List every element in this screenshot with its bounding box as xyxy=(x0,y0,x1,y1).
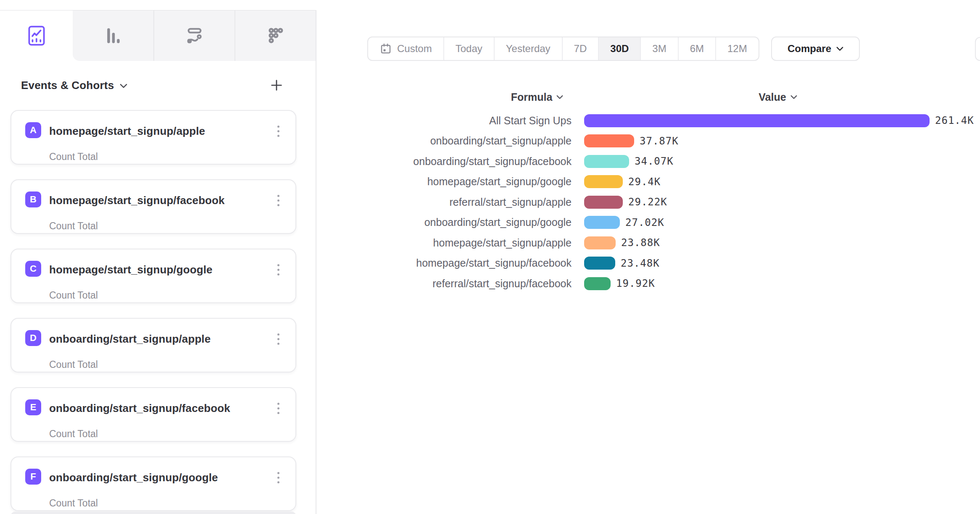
date-range-yesterday[interactable]: Yesterday xyxy=(495,37,563,60)
series-label[interactable]: referral/start_signup/facebook xyxy=(319,278,572,290)
series-bar[interactable] xyxy=(584,134,634,147)
series-label[interactable]: homepage/start_signup/google xyxy=(319,176,572,188)
chart-row: referral/start_signup/facebook19.92K xyxy=(319,273,974,294)
series-label[interactable]: referral/start_signup/apple xyxy=(319,196,572,208)
sidebar-divider xyxy=(316,10,316,514)
date-range-12m[interactable]: 12M xyxy=(716,37,759,60)
formula-header-label: Formula xyxy=(511,91,553,103)
series-value: 27.02K xyxy=(625,217,664,228)
chevron-down-icon xyxy=(836,47,843,51)
series-label[interactable]: homepage/start_signup/facebook xyxy=(319,257,572,269)
event-card-D[interactable]: Donboarding/start_signup/appleCount Tota… xyxy=(11,318,296,372)
event-card-E[interactable]: Eonboarding/start_signup/facebookCount T… xyxy=(11,387,296,442)
event-letter-badge: D xyxy=(25,330,41,346)
chevron-down-icon xyxy=(556,95,563,100)
event-measure[interactable]: Count Total xyxy=(49,359,98,370)
series-value: 29.22K xyxy=(628,196,667,208)
tab-line-chart[interactable] xyxy=(0,10,73,61)
event-name: onboarding/start_signup/apple xyxy=(49,333,211,346)
chart-row: onboarding/start_signup/facebook34.07K xyxy=(319,151,974,172)
chart-row: onboarding/start_signup/apple37.87K xyxy=(319,131,974,152)
series-bar[interactable] xyxy=(584,175,623,188)
series-bar[interactable] xyxy=(584,216,620,229)
value-header-label: Value xyxy=(759,91,786,103)
series-value: 261.4K xyxy=(935,115,974,126)
chart-row: homepage/start_signup/facebook23.48K xyxy=(319,253,974,274)
event-name: onboarding/start_signup/google xyxy=(49,471,218,484)
kebab-menu-icon[interactable] xyxy=(272,401,285,416)
flows-icon xyxy=(185,26,204,45)
chart-row: referral/start_signup/apple29.22K xyxy=(319,192,974,212)
event-measure[interactable]: Count Total xyxy=(49,220,98,232)
inactive-tabs-group xyxy=(73,10,316,61)
date-range-6m[interactable]: 6M xyxy=(679,37,716,60)
event-card-C[interactable]: Chomepage/start_signup/googleCount Total xyxy=(11,249,296,303)
compare-button[interactable]: Compare xyxy=(771,37,860,61)
kebab-menu-icon[interactable] xyxy=(272,193,285,208)
sidebar: Events & Cohorts Ahomepage/start_signup/… xyxy=(0,0,316,514)
tab-retention[interactable] xyxy=(235,10,316,61)
series-bar[interactable] xyxy=(584,114,930,127)
series-value: 37.87K xyxy=(640,135,679,147)
event-name: onboarding/start_signup/facebook xyxy=(49,402,230,415)
line-chart-icon xyxy=(26,25,47,47)
chart-row: homepage/start_signup/google29.4K xyxy=(319,172,974,192)
sidebar-header: Events & Cohorts xyxy=(21,75,286,96)
series-label[interactable]: onboarding/start_signup/google xyxy=(319,216,572,228)
date-range-label: Custom xyxy=(397,43,432,55)
series-bar[interactable] xyxy=(584,196,623,209)
event-name: homepage/start_signup/apple xyxy=(49,125,205,138)
event-measure[interactable]: Count Total xyxy=(49,498,98,509)
series-bar[interactable] xyxy=(584,236,616,249)
series-bar[interactable] xyxy=(584,277,611,290)
series-label[interactable]: onboarding/start_signup/apple xyxy=(319,135,572,147)
tab-bar-chart[interactable] xyxy=(73,10,153,61)
event-measure[interactable]: Count Total xyxy=(49,151,98,163)
compare-label: Compare xyxy=(788,43,831,55)
date-range-30d[interactable]: 30D xyxy=(599,37,641,60)
series-bar[interactable] xyxy=(584,155,629,168)
chevron-down-icon xyxy=(120,84,127,89)
event-card-list: Ahomepage/start_signup/appleCount TotalB… xyxy=(11,110,296,511)
tab-flows[interactable] xyxy=(154,10,235,61)
series-label[interactable]: onboarding/start_signup/facebook xyxy=(319,155,572,168)
series-label[interactable]: homepage/start_signup/apple xyxy=(319,237,572,249)
event-name: homepage/start_signup/facebook xyxy=(49,194,225,207)
kebab-menu-icon[interactable] xyxy=(272,470,285,485)
plus-icon xyxy=(269,78,284,92)
event-card-B[interactable]: Bhomepage/start_signup/facebookCount Tot… xyxy=(11,179,296,234)
next-card-peek xyxy=(11,511,296,514)
series-value: 19.92K xyxy=(616,278,655,289)
chart-type-tabbar xyxy=(0,10,316,61)
kebab-menu-icon[interactable] xyxy=(272,331,285,346)
series-label[interactable]: All Start Sign Ups xyxy=(319,115,572,127)
insights-report-app: Events & Cohorts Ahomepage/start_signup/… xyxy=(0,0,980,514)
value-column-header[interactable]: Value xyxy=(715,89,841,105)
series-value: 29.4K xyxy=(628,176,661,188)
event-name: homepage/start_signup/google xyxy=(49,263,213,276)
series-bar[interactable] xyxy=(584,257,615,270)
series-value: 23.88K xyxy=(621,237,660,249)
date-range-control: Custom TodayYesterday7D30D3M6M12M xyxy=(367,37,759,61)
series-value: 23.48K xyxy=(621,257,660,269)
date-range-custom[interactable]: Custom xyxy=(368,37,444,60)
clipped-edge-button[interactable] xyxy=(975,37,980,61)
date-range-3m[interactable]: 3M xyxy=(641,37,678,60)
event-measure[interactable]: Count Total xyxy=(49,290,98,301)
event-card-F[interactable]: Fonboarding/start_signup/googleCount Tot… xyxy=(11,456,296,511)
chart-row: All Start Sign Ups261.4K xyxy=(319,110,974,131)
add-event-button[interactable] xyxy=(267,76,286,94)
kebab-menu-icon[interactable] xyxy=(272,123,285,139)
chart-row: homepage/start_signup/apple23.88K xyxy=(319,233,974,253)
date-range-7d[interactable]: 7D xyxy=(563,37,599,60)
kebab-menu-icon[interactable] xyxy=(272,262,285,277)
formula-column-header[interactable]: Formula xyxy=(474,89,600,105)
events-cohorts-title[interactable]: Events & Cohorts xyxy=(21,79,114,92)
chevron-down-icon xyxy=(790,95,797,100)
bar-chart: All Start Sign Ups261.4Konboarding/start… xyxy=(319,110,974,294)
event-measure[interactable]: Count Total xyxy=(49,428,98,440)
date-range-today[interactable]: Today xyxy=(444,37,495,60)
retention-icon xyxy=(266,26,285,45)
bar-chart-icon xyxy=(103,26,123,45)
event-card-A[interactable]: Ahomepage/start_signup/appleCount Total xyxy=(11,110,296,165)
